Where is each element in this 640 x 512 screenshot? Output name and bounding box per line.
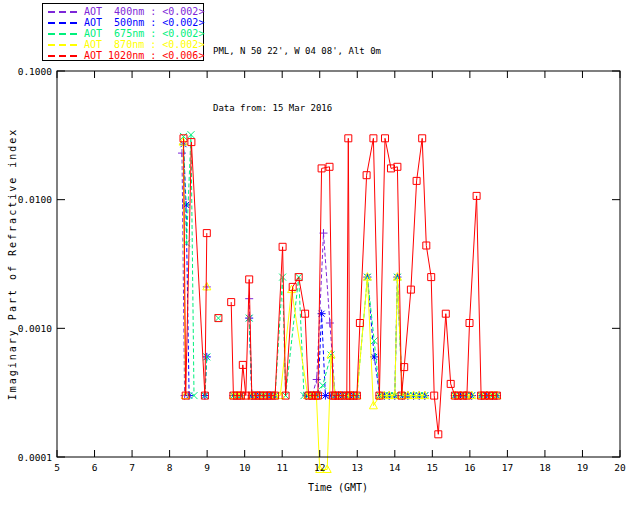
legend-dash-swatch <box>48 11 78 13</box>
x-tick-label: 13 <box>352 462 363 473</box>
x-tick-label: 6 <box>92 462 98 473</box>
series-675nm <box>180 131 500 399</box>
header: PML, N 50 22', W 04 08', Alt 0m Data fro… <box>213 4 381 156</box>
y-tick-label: 0.0001 <box>18 452 53 463</box>
legend-dash-swatch <box>48 55 78 57</box>
legend-dash-swatch <box>48 33 78 35</box>
legend-item-label: AOT 870nm : <0.002> <box>84 39 204 50</box>
plot-canvas: AOT 400nm : <0.002>AOT 500nm : <0.002>AO… <box>0 0 640 512</box>
x-tick-label: 8 <box>167 462 173 473</box>
y-tick-label: 0.0010 <box>18 323 53 334</box>
series-line <box>252 277 425 469</box>
series-400nm <box>178 149 501 400</box>
x-marker <box>215 315 222 322</box>
x-tick-label: 15 <box>427 462 438 473</box>
x-tick-label: 10 <box>239 462 251 473</box>
x-axis-label: Time (GMT) <box>308 482 368 493</box>
plus-marker <box>326 319 334 327</box>
series-line <box>249 299 275 396</box>
legend-dash-swatch <box>48 22 78 24</box>
station-title: PML, N 50 22', W 04 08', Alt 0m <box>213 42 381 61</box>
y-tick-label: 0.1000 <box>18 66 53 77</box>
series-line <box>307 314 347 396</box>
legend-item-label: AOT 675nm : <0.002> <box>84 28 204 39</box>
x-tick-label: 5 <box>54 462 60 473</box>
x-tick-label: 9 <box>204 462 210 473</box>
x-tick-label: 16 <box>464 462 476 473</box>
series-line <box>249 318 275 396</box>
series-1020nm <box>180 135 500 438</box>
x-tick-label: 18 <box>539 462 551 473</box>
legend-item-label: AOT 1020nm : <0.006> <box>84 50 204 61</box>
legend: AOT 400nm : <0.002>AOT 500nm : <0.002>AO… <box>42 3 204 61</box>
legend-item-500nm: AOT 500nm : <0.002> <box>48 17 203 28</box>
series-line <box>307 233 347 396</box>
legend-item-870nm: AOT 870nm : <0.002> <box>48 39 203 50</box>
series-500nm <box>180 140 501 399</box>
series-line <box>231 138 497 434</box>
data-date-label: Data from: 15 Mar 2016 <box>213 99 381 118</box>
series-layer <box>178 131 501 472</box>
legend-dash-swatch <box>48 44 78 46</box>
x-tick-label: 7 <box>129 462 135 473</box>
legend-item-label: AOT 500nm : <0.002> <box>84 17 204 28</box>
x-tick-label: 17 <box>502 462 513 473</box>
legend-item-1020nm: AOT 1020nm : <0.006> <box>48 50 203 61</box>
plus-marker <box>178 149 186 157</box>
y-axis-label: Imaginary Part of Refractive index <box>7 128 18 401</box>
x-tick-label: 11 <box>276 462 288 473</box>
x-tick-label: 14 <box>389 462 401 473</box>
y-tick-label: 0.0100 <box>18 194 53 205</box>
series-line <box>184 138 207 395</box>
legend-item-675nm: AOT 675nm : <0.002> <box>48 28 203 39</box>
legend-item-label: AOT 400nm : <0.002> <box>84 6 204 17</box>
legend-item-400nm: AOT 400nm : <0.002> <box>48 6 203 17</box>
x-tick-label: 12 <box>314 462 325 473</box>
x-tick-label: 20 <box>614 462 626 473</box>
x-tick-label: 19 <box>577 462 589 473</box>
